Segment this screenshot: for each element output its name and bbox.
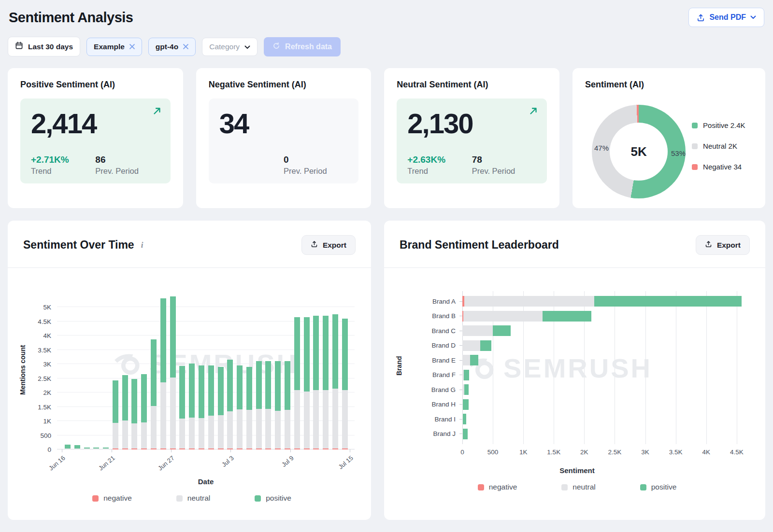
filter-chip-example[interactable]: Example [86, 38, 142, 56]
bar-segment-positive [285, 361, 290, 410]
bar-segment-positive [543, 311, 591, 322]
x-axis-tick-label: 1.5K [547, 448, 560, 456]
brand-label: Brand H [405, 401, 459, 408]
legend-item-positive[interactable]: Positive 2.4K [692, 121, 746, 129]
kpi-value: 34 [219, 109, 348, 139]
bar-segment-positive [463, 414, 466, 424]
bar-segment-positive [170, 296, 176, 378]
bar-segment-positive [131, 379, 137, 423]
bar-jul-14 [332, 314, 338, 449]
donut-legend: Positive 2.4K Neutral 2K Negative 34 [692, 121, 746, 183]
info-icon[interactable]: i [141, 240, 143, 250]
date-range-filter[interactable]: Last 30 days [8, 37, 80, 56]
x-axis-tick-label: Jul 3 [220, 454, 235, 468]
remove-filter-icon[interactable] [183, 44, 188, 49]
bar-segment-negative [304, 448, 310, 449]
x-axis-labels: 05001K1.5K2K2.5K3K3.5K4K4.5K [462, 444, 749, 459]
bar-segment-negative [313, 448, 319, 449]
legend-item-negative[interactable]: Negative 34 [692, 163, 746, 171]
legend-item-negative[interactable]: negative [92, 494, 132, 503]
bar-stack [462, 311, 749, 322]
bar-segment-neutral [93, 448, 99, 449]
chart-legend: negativeneutralpositive [29, 494, 355, 503]
export-button[interactable]: Export [696, 235, 750, 255]
y-axis-tick-label: 4K [43, 332, 51, 339]
y-axis-tick-label: 5K [43, 304, 51, 311]
legend-label: Negative 34 [703, 163, 742, 171]
bar-segment-negative [131, 448, 137, 449]
export-button[interactable]: Export [301, 235, 356, 255]
bar-jun-27 [170, 296, 176, 449]
legend-item-neutral[interactable]: neutral [176, 494, 210, 503]
prev-period-stat: 78 Prev. Period [472, 154, 536, 176]
bar-jun-16 [65, 445, 71, 449]
bar-track [462, 355, 749, 365]
brand-label: Brand F [405, 371, 459, 378]
bar-jul-9 [285, 361, 290, 449]
leaderboard-row: Brand I [405, 412, 749, 427]
bar-stack [462, 429, 749, 439]
bar-stack [462, 384, 749, 395]
bar-segment-positive [342, 319, 348, 391]
legend-item-positive[interactable]: positive [255, 494, 291, 503]
upload-icon [697, 14, 705, 22]
bar-segment-positive [256, 361, 262, 408]
bar-segment-negative [170, 448, 176, 449]
bar-track [462, 429, 749, 439]
brand-label: Brand B [405, 312, 459, 320]
bar-segment-negative [141, 448, 147, 449]
y-axis-label: Mentions count [16, 290, 29, 449]
calendar-icon [15, 42, 23, 52]
bar-track [462, 296, 749, 307]
category-dropdown[interactable]: Category [202, 38, 258, 56]
sentiment-donut-card: Sentiment (AI) 5K 47% 53% Positive 2.4K … [573, 68, 765, 208]
refresh-data-button[interactable]: Refresh data [264, 37, 341, 56]
kpi-value: 2,130 [407, 109, 536, 139]
bar-jul-15 [342, 319, 348, 449]
brand-label: Brand C [405, 327, 459, 335]
leaderboard-row: Brand D [405, 338, 749, 353]
bar-segment-negative [275, 448, 281, 449]
x-axis-tick-label: 1K [519, 448, 528, 456]
bar-jun-18 [84, 448, 90, 449]
legend-item-positive[interactable]: positive [640, 483, 677, 491]
filter-chip-gpt-4o[interactable]: gpt-4o [148, 38, 196, 56]
neutral-sentiment-card: Neutral Sentiment (AI) 2,130 +2.63K% Tre… [384, 68, 559, 208]
trend-stat: +2.63K% Trend [407, 154, 472, 176]
bar-segment-positive [218, 367, 224, 415]
donut-positive-pct-label: 53% [671, 149, 686, 157]
bar-segment-negative [246, 448, 252, 449]
bar-stack [462, 399, 749, 410]
bar-track [462, 384, 749, 395]
bar-segment-positive [493, 325, 511, 336]
bar-jul-2 [218, 367, 224, 449]
kpi-value: 2,414 [31, 109, 160, 139]
bar-jun-28 [179, 366, 185, 449]
bar-stack [462, 355, 749, 365]
trend-label: Trend [31, 167, 95, 176]
chevron-down-icon [750, 15, 756, 19]
send-pdf-button[interactable]: Send PDF [688, 8, 764, 27]
bar-segment-negative [227, 448, 233, 449]
upload-icon [311, 240, 318, 250]
remove-filter-icon[interactable] [129, 44, 135, 49]
trend-label: Trend [407, 167, 472, 176]
x-axis-title: Sentiment [405, 466, 749, 475]
bar-segment-positive [463, 429, 468, 439]
legend-item-neutral[interactable]: neutral [561, 483, 595, 491]
bar-segment-positive [237, 365, 243, 409]
legend-item-neutral[interactable]: Neutral 2K [692, 142, 746, 150]
bar-jul-3 [227, 360, 233, 449]
bar-jun-22 [122, 375, 128, 449]
trend-value: +2.71K% [31, 154, 95, 165]
card-title: Sentiment (AI) [585, 80, 753, 90]
legend-item-negative[interactable]: negative [478, 483, 517, 491]
bar-segment-positive [463, 399, 468, 410]
send-pdf-label: Send PDF [709, 13, 746, 22]
x-axis-title: Date [57, 477, 355, 486]
x-axis-tick-label: Jul 9 [280, 454, 295, 468]
bar-segment-neutral [462, 340, 480, 351]
bar-segment-negative [189, 448, 195, 449]
legend-label: positive [266, 494, 291, 503]
charts-row: Sentiment Over Time i Export Mentions co… [8, 221, 765, 520]
